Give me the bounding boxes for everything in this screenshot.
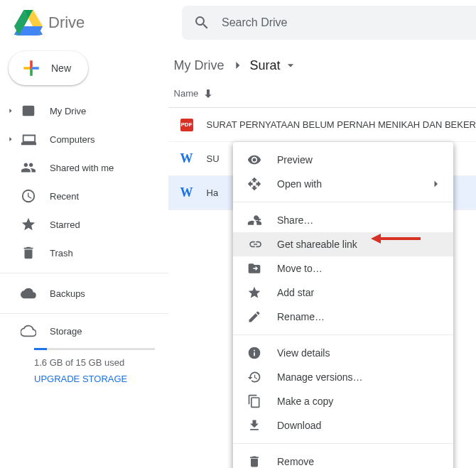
menu-remove[interactable]: Remove: [233, 450, 453, 468]
star-icon: [247, 285, 261, 300]
sidebar-item-backups[interactable]: Backups: [0, 279, 168, 308]
chevron-right-icon: [429, 178, 442, 190]
storage-bar: [34, 348, 155, 350]
cloud-icon: [21, 285, 36, 301]
column-header-name[interactable]: Name: [168, 80, 476, 108]
folder-move-icon: [247, 261, 261, 276]
sidebar-item-label: Computers: [50, 134, 95, 145]
storage-used: 1.6 GB of 15 GB used: [34, 357, 168, 368]
sidebar-item-shared[interactable]: Shared with me: [0, 153, 168, 182]
eye-icon: [247, 153, 261, 167]
new-button[interactable]: New: [9, 51, 88, 85]
search-icon: [193, 14, 210, 31]
app-name: Drive: [48, 13, 85, 32]
chevron-right-icon: [7, 136, 14, 143]
link-icon: [247, 237, 261, 251]
divider: [0, 313, 168, 314]
file-name: Ha: [207, 187, 219, 198]
sidebar-item-label: Trash: [50, 248, 73, 259]
menu-move-to[interactable]: Move to…: [233, 256, 453, 281]
file-name: SU: [207, 153, 220, 164]
search-bar[interactable]: Search Drive: [182, 6, 476, 40]
menu-make-copy[interactable]: Make a copy: [233, 389, 453, 413]
search-placeholder: Search Drive: [222, 16, 287, 29]
sidebar-item-label: Starred: [50, 219, 80, 230]
sidebar-item-label: Recent: [50, 191, 79, 202]
pdf-icon: PDF: [180, 119, 193, 131]
sidebar-item-trash[interactable]: Trash: [0, 239, 168, 267]
file-row[interactable]: PDF SURAT PERNYATAAN BELUM PERNAH MENIKA…: [168, 108, 476, 142]
sidebar-item-recent[interactable]: Recent: [0, 182, 168, 210]
star-icon: [21, 217, 36, 232]
drive-icon: [21, 103, 36, 119]
download-icon: [247, 418, 261, 432]
computers-icon: [21, 131, 36, 147]
dropdown-icon: [283, 58, 298, 72]
menu-manage-versions[interactable]: Manage versions…: [233, 365, 453, 389]
new-button-label: New: [51, 62, 71, 74]
share-icon: [247, 213, 261, 227]
chevron-right-icon: [7, 107, 14, 114]
copy-icon: [247, 394, 261, 408]
menu-separator: [233, 443, 453, 444]
word-icon: W: [180, 152, 194, 166]
upgrade-storage-link[interactable]: UPGRADE STORAGE: [34, 374, 168, 384]
breadcrumb-current[interactable]: Surat: [250, 58, 298, 73]
openwith-icon: [247, 177, 261, 191]
info-icon: [247, 346, 261, 360]
storage-title: Storage: [50, 326, 82, 337]
menu-rename[interactable]: Rename…: [233, 305, 453, 329]
sidebar-item-storage[interactable]: Storage: [0, 320, 168, 342]
breadcrumb: My Drive Surat: [168, 51, 476, 80]
arrow-down-icon: [202, 88, 214, 99]
menu-open-with[interactable]: Open with: [233, 172, 453, 196]
annotation-arrow: [371, 232, 421, 246]
menu-share[interactable]: Share…: [233, 208, 453, 232]
word-icon: W: [180, 186, 194, 200]
sidebar-item-label: Backups: [50, 288, 85, 299]
file-name: SURAT PERNYATAAN BELUM PERNAH MENIKAH DA…: [207, 119, 476, 130]
sidebar-item-starred[interactable]: Starred: [0, 210, 168, 239]
menu-view-details[interactable]: View details: [233, 341, 453, 365]
context-menu: Preview Open with Share… Get shareable l…: [233, 142, 453, 468]
sidebar-item-label: Shared with me: [50, 163, 114, 173]
menu-preview[interactable]: Preview: [233, 148, 453, 172]
menu-separator: [233, 202, 453, 202]
svg-marker-1: [371, 234, 381, 244]
plus-icon: [20, 57, 43, 80]
people-icon: [21, 160, 36, 175]
cloud-outline-icon: [21, 323, 36, 339]
chevron-right-icon: [230, 58, 244, 72]
rename-icon: [247, 310, 261, 324]
drive-logo-icon: [14, 9, 43, 37]
sidebar-item-label: My Drive: [50, 106, 86, 116]
breadcrumb-root[interactable]: My Drive: [174, 58, 225, 73]
history-icon: [247, 370, 261, 384]
trash-icon: [21, 245, 36, 261]
logo[interactable]: Drive: [0, 9, 182, 37]
menu-add-star[interactable]: Add star: [233, 281, 453, 305]
clock-icon: [21, 188, 36, 204]
sidebar-item-computers[interactable]: Computers: [0, 125, 168, 153]
menu-download[interactable]: Download: [233, 413, 453, 437]
trash-icon: [247, 455, 261, 468]
menu-separator: [233, 334, 453, 335]
divider: [0, 273, 168, 273]
sidebar-item-my-drive[interactable]: My Drive: [0, 97, 168, 125]
